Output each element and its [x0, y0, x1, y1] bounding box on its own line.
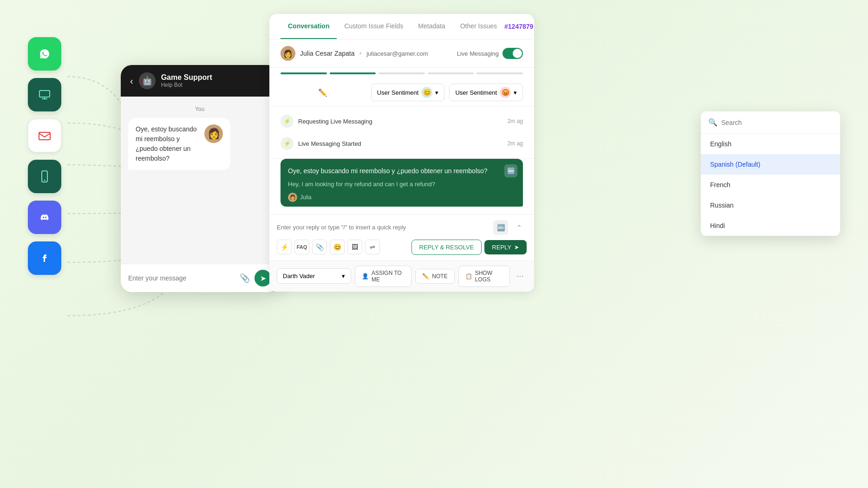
bubble-author: 👩 Julia — [288, 193, 516, 202]
live-messaging-toggle[interactable]: Live Messaging — [457, 48, 523, 59]
flash-tool-btn[interactable]: ⚡ — [277, 240, 292, 254]
event-time-2: 2m ag — [508, 140, 523, 147]
back-button[interactable]: ‹ — [130, 76, 133, 86]
crm-tabs: Conversation Custom Issue Fields Metadat… — [269, 14, 534, 39]
monitor-icon[interactable] — [28, 78, 61, 111]
user-avatar: 👩 — [204, 124, 223, 143]
reply-translate-btn[interactable]: 🔤 — [493, 220, 508, 235]
sentiment-row: ✏️ User Sentiment 😊 ▾ User Sentiment 😡 ▾ — [269, 79, 534, 106]
live-messaging-switch[interactable] — [503, 48, 523, 59]
lang-english[interactable]: English — [701, 134, 840, 154]
progress-bar-2 — [330, 72, 376, 74]
language-search-input[interactable] — [721, 119, 833, 126]
discord-icon[interactable] — [28, 201, 61, 234]
agent-select[interactable]: Darth Vader ▾ — [277, 268, 351, 284]
send-button[interactable]: ➤ — [255, 270, 271, 286]
chat-title: Game Support — [161, 73, 212, 82]
user-info-row: 👩 Julia Cesar Zapata • juliacesar@gamer.… — [269, 39, 534, 68]
assign-to-me-btn[interactable]: 👤 ASSIGN TO ME — [355, 266, 411, 287]
sentiment-label-1: User Sentiment — [377, 89, 419, 96]
progress-bar-1 — [281, 72, 327, 74]
user-separator: • — [359, 49, 362, 58]
language-search: 🔍 — [701, 111, 840, 134]
agent-name: Darth Vader — [283, 273, 315, 280]
bottom-action-row: Darth Vader ▾ 👤 ASSIGN TO ME ✏️ NOTE 📋 S… — [269, 260, 534, 292]
sentiment-positive-btn[interactable]: User Sentiment 😊 ▾ — [371, 84, 445, 101]
more-options-btn[interactable]: ⋯ — [514, 269, 527, 284]
bubble-translated-text: Hey, I am looking for my refund and can … — [288, 180, 516, 189]
lang-spanish[interactable]: Spanish (Default) — [701, 154, 840, 175]
event-text-2: Live Messaging Started — [298, 140, 503, 147]
author-name: Julia — [300, 194, 312, 201]
reply-input[interactable] — [277, 224, 489, 231]
mobile-chat-header: ‹ 🤖 Game Support Help Bot — [121, 65, 279, 97]
arrows-tool-btn[interactable]: ⇌ — [365, 240, 380, 254]
live-messaging-label: Live Messaging — [457, 50, 499, 57]
dropdown-arrow-2: ▾ — [514, 89, 517, 96]
tab-conversation[interactable]: Conversation — [281, 14, 337, 39]
crm-panel: Conversation Custom Issue Fields Metadat… — [269, 14, 534, 292]
progress-bar-5 — [476, 72, 523, 74]
logs-label: SHOW LOGS — [475, 270, 503, 283]
emoji-tool-btn[interactable]: 😊 — [330, 240, 345, 254]
reply-resolve-button[interactable]: REPLY & RESOLVE — [411, 240, 482, 255]
note-btn[interactable]: ✏️ NOTE — [415, 269, 454, 284]
user-email: juliacesar@gamer.com — [366, 50, 428, 57]
reply-label: REPLY — [492, 244, 511, 251]
reply-expand-btn[interactable]: ⌃ — [512, 220, 527, 235]
tab-other-issues[interactable]: Other Issues — [453, 14, 504, 39]
mobile-chat-panel: ‹ 🤖 Game Support Help Bot You Oye, estoy… — [121, 65, 279, 292]
mobile-message-input[interactable] — [128, 274, 235, 282]
tab-custom-issue[interactable]: Custom Issue Fields — [337, 14, 411, 39]
reply-arrow-icon: ➤ — [514, 244, 519, 251]
note-label: NOTE — [432, 273, 447, 280]
chat-subtitle: Help Bot — [161, 82, 212, 88]
reply-area: 🔤 ⌃ ⚡ FAQ 📎 😊 🖼 ⇌ REPLY & RESOLVE REPLY … — [269, 214, 534, 260]
reply-toolbar: ⚡ FAQ 📎 😊 🖼 ⇌ REPLY & RESOLVE REPLY ➤ — [277, 240, 527, 255]
reply-button[interactable]: REPLY ➤ — [484, 240, 527, 254]
progress-bar-4 — [428, 72, 474, 74]
search-icon: 🔍 — [708, 118, 718, 127]
ticket-id: #1247879 — [504, 23, 533, 30]
chat-title-area: Game Support Help Bot — [161, 73, 212, 88]
event-row-2: ⚡ Live Messaging Started 2m ag — [269, 132, 534, 155]
svg-point-7 — [44, 180, 46, 181]
translated-bubble: 🔤 Oye, estoy buscando mi reembolso y ¿pu… — [281, 159, 523, 207]
crm-events: ⚡ Requesting Live Messaging 2m ag ⚡ Live… — [269, 106, 534, 159]
show-logs-btn[interactable]: 📋 SHOW LOGS — [458, 266, 510, 287]
sentiment-negative-btn[interactable]: User Sentiment 😡 ▾ — [449, 84, 523, 101]
user-name: Julia Cesar Zapata — [300, 50, 355, 57]
whatsapp-icon[interactable] — [28, 37, 61, 71]
event-time-1: 2m ag — [508, 118, 523, 124]
mobile-chat-body: You Oye, estoy buscando mi reembolso y ¿… — [121, 97, 279, 264]
logs-icon: 📋 — [465, 273, 472, 280]
attachment-icon[interactable]: 📎 — [240, 273, 250, 283]
sentiment-label-2: User Sentiment — [455, 89, 497, 96]
mobile-chat-input-area: 📎 ➤ — [121, 264, 279, 292]
attachment-tool-btn[interactable]: 📎 — [312, 240, 327, 254]
mobile-icon[interactable] — [28, 160, 61, 193]
tab-metadata[interactable]: Metadata — [411, 14, 452, 39]
sentiment-emoji-negative: 😡 — [500, 87, 511, 98]
edit-button[interactable]: ✏️ — [318, 88, 327, 97]
sentiment-emoji-positive: 😊 — [421, 87, 432, 98]
assign-icon: 👤 — [362, 273, 369, 280]
language-dropdown: 🔍 English Spanish (Default) French Russi… — [701, 111, 840, 236]
lang-hindi[interactable]: Hindi — [701, 215, 840, 236]
author-avatar: 👩 — [288, 193, 297, 202]
faq-tool-btn[interactable]: FAQ — [294, 240, 309, 254]
chat-you-label: You — [128, 106, 271, 112]
agent-dropdown-arrow: ▾ — [342, 273, 345, 280]
bubble-original-text: Oye, estoy buscando mi reembolso y ¿pued… — [288, 166, 516, 176]
lang-russian[interactable]: Russian — [701, 195, 840, 215]
user-message-bubble: Oye, estoy buscando mi reembolso y ¿pued… — [128, 118, 230, 170]
event-icon-2: ⚡ — [281, 137, 294, 150]
dropdown-arrow-1: ▾ — [435, 89, 438, 96]
image-tool-btn[interactable]: 🖼 — [347, 240, 362, 254]
email-icon[interactable] — [28, 119, 61, 152]
translate-icon[interactable]: 🔤 — [504, 164, 517, 177]
progress-bars — [269, 68, 534, 79]
lang-french[interactable]: French — [701, 175, 840, 195]
facebook-icon[interactable] — [28, 241, 61, 275]
event-text-1: Requesting Live Messaging — [298, 118, 503, 125]
